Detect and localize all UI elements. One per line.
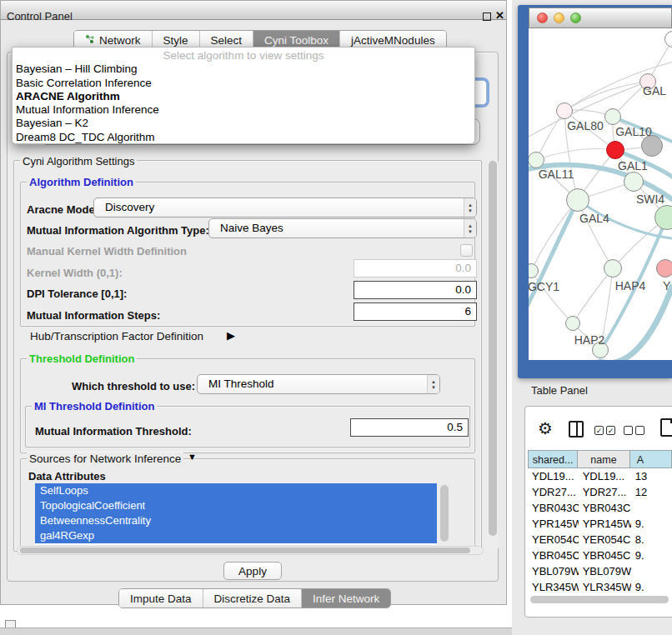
- mi-type-combobox[interactable]: Naive Bayes ▲▼: [208, 218, 477, 238]
- sources-title: Sources for Network Inference: [27, 452, 183, 465]
- network-node[interactable]: [656, 259, 672, 278]
- table-row[interactable]: YDR27...YDR27...12: [528, 484, 672, 500]
- tab-infer-network-label: Infer Network: [313, 592, 379, 605]
- tab-network-label: Network: [99, 34, 141, 47]
- mi-steps-input[interactable]: 6: [354, 302, 477, 321]
- control-panel-title: Control Panel: [7, 10, 73, 22]
- dropdown-item-aracne[interactable]: ARACNE Algorithm: [13, 90, 474, 103]
- which-threshold-combobox[interactable]: MI Threshold ▲▼: [197, 374, 440, 394]
- aracne-mode-label: Aracne Mode:: [27, 203, 98, 216]
- aracne-mode-value: Discovery: [94, 198, 464, 217]
- settings-hscrollbar-thumb[interactable]: [20, 548, 470, 553]
- dropdown-item[interactable]: Dream8 DC_TDC Algorithm: [13, 131, 474, 144]
- table-hscrollbar-thumb[interactable]: [530, 596, 669, 603]
- network-node-gal1[interactable]: [606, 141, 624, 159]
- mi-threshold-group-title: MI Threshold Definition: [32, 400, 157, 412]
- table-row[interactable]: YBL079WYBL079W: [528, 563, 672, 579]
- node-label: GAL4: [579, 212, 609, 225]
- network-node-gal4[interactable]: [566, 188, 589, 212]
- tab-impute-data[interactable]: Impute Data: [119, 589, 203, 608]
- network-node[interactable]: [624, 172, 644, 192]
- which-threshold-label: Which threshold to use:: [72, 380, 195, 392]
- network-node[interactable]: [604, 259, 622, 278]
- tab-discretize-data[interactable]: Discretize Data: [203, 589, 302, 608]
- minimize-traffic-light-icon[interactable]: [554, 12, 564, 23]
- threshold-definition-title: Threshold Definition: [27, 352, 137, 365]
- mi-type-label: Mutual Information Algorithm Type:: [27, 224, 209, 237]
- table-row[interactable]: YBR043CYBR043C: [528, 500, 672, 516]
- which-threshold-value: MI Threshold: [198, 375, 427, 393]
- aracne-mode-combobox[interactable]: Discovery ▲▼: [93, 198, 477, 218]
- table-row[interactable]: YLR345WYLR345W9.: [528, 579, 672, 595]
- table-grid: shared... name A YDL19...YDL19...13 YDR2…: [528, 450, 672, 595]
- table-row[interactable]: YPR145WYPR145W9.: [528, 516, 672, 532]
- settings-scrollbar-thumb[interactable]: [489, 161, 497, 536]
- network-node[interactable]: [529, 152, 544, 168]
- table-panel-title: Table Panel: [531, 384, 588, 397]
- collapsed-arrow-icon[interactable]: ▶: [227, 329, 235, 342]
- hub-definition-label: Hub/Transcription Factor Definition: [30, 330, 203, 342]
- table-body: YDL19...YDL19...13 YDR27...YDR27...12 YB…: [528, 468, 672, 595]
- manual-kernel-label: Manual Kernel Width Definition: [27, 245, 187, 258]
- tab-select-label: Select: [211, 34, 243, 47]
- column-header-partial[interactable]: A: [630, 450, 672, 468]
- table-row[interactable]: YBR045CYBR045C9.: [528, 548, 672, 563]
- node-label: GAL1: [618, 159, 648, 172]
- cyni-bottom-tabs: Impute Data Discretize Data Infer Networ…: [118, 588, 391, 608]
- deselect-all-checkboxes-icon[interactable]: [624, 426, 644, 435]
- list-item[interactable]: SelfLoops: [35, 483, 437, 498]
- network-node[interactable]: [604, 108, 621, 125]
- dropdown-item[interactable]: Basic Correlation Inference: [13, 77, 474, 90]
- node-label: GAL11: [539, 168, 574, 181]
- expanded-arrow-icon[interactable]: ▼: [188, 452, 197, 462]
- network-tab-icon: [85, 34, 95, 47]
- node-label: GCY1: [529, 280, 559, 293]
- column-header-shared-name[interactable]: shared...: [528, 450, 578, 468]
- dropdown-item[interactable]: Bayesian – K2: [13, 117, 474, 130]
- dpi-tolerance-input[interactable]: 0.0: [354, 281, 477, 299]
- float-panel-icon[interactable]: [483, 12, 491, 21]
- cyni-algorithm-settings-title: Cyni Algorithm Settings: [20, 155, 137, 168]
- network-node[interactable]: [556, 102, 573, 119]
- node-label: GAL10: [615, 125, 652, 138]
- combo-stepper-icon: ▲▼: [427, 375, 439, 393]
- node-label: Y: [663, 279, 670, 292]
- network-node[interactable]: [565, 316, 580, 331]
- tab-infer-network[interactable]: Infer Network: [301, 589, 390, 608]
- data-attributes-list: SelfLoops TopologicalCoefficient Between…: [35, 483, 437, 545]
- close-icon[interactable]: ✕: [495, 9, 504, 22]
- node-label: HAP2: [574, 333, 605, 347]
- close-traffic-light-icon[interactable]: [537, 12, 548, 23]
- network-view-window[interactable]: GAL GAL80 GAL10 GAL1 GAL11 SWI4 GAL4 GCY…: [518, 5, 672, 378]
- tab-cyni-toolbox-label: Cyni Toolbox: [264, 34, 328, 47]
- columns-icon[interactable]: [569, 421, 584, 438]
- gear-icon[interactable]: ⚙: [538, 418, 553, 438]
- dropdown-item[interactable]: Mutual Information Inference: [13, 103, 474, 117]
- column-header-name[interactable]: name: [578, 450, 629, 468]
- table-row[interactable]: YDL19...YDL19...13: [528, 468, 672, 484]
- data-attributes-label: Data Attributes: [28, 470, 106, 482]
- table-row[interactable]: YER054CYER054C8.: [528, 532, 672, 548]
- tab-jactivemnodules-label: jActiveMNodules: [351, 34, 435, 47]
- zoom-traffic-light-icon[interactable]: [570, 12, 581, 23]
- list-item[interactable]: gal4RGexp: [35, 528, 437, 543]
- kernel-width-label: Kernel Width (0,1):: [27, 267, 123, 279]
- apply-button[interactable]: Apply: [223, 562, 282, 580]
- file-icon[interactable]: [660, 418, 672, 437]
- list-item[interactable]: BetweennessCentrality: [35, 513, 437, 528]
- mi-threshold-input[interactable]: 0.5: [350, 418, 469, 437]
- kernel-width-input[interactable]: 0.0: [354, 259, 477, 278]
- network-window-titlebar[interactable]: [529, 8, 672, 28]
- list-item[interactable]: TopologicalCoefficient: [35, 498, 437, 513]
- algorithm-definition-title: Algorithm Definition: [27, 176, 136, 188]
- dropdown-placeholder: Select algorithm to view settings: [13, 49, 474, 62]
- dropdown-item[interactable]: Bayesian – Hill Climbing: [13, 62, 474, 76]
- node-label: GAL: [643, 84, 666, 98]
- screen: Control Panel ✕ Network Style Select Cyn…: [0, 0, 672, 635]
- tab-style-label: Style: [163, 34, 188, 47]
- manual-kernel-checkbox[interactable]: [460, 244, 473, 257]
- network-canvas[interactable]: GAL GAL80 GAL10 GAL1 GAL11 SWI4 GAL4 GCY…: [529, 28, 672, 360]
- list-scrollbar-thumb[interactable]: [440, 485, 449, 542]
- select-all-checkboxes-icon[interactable]: ✓✓: [594, 426, 615, 435]
- tab-discretize-data-label: Discretize Data: [214, 592, 291, 605]
